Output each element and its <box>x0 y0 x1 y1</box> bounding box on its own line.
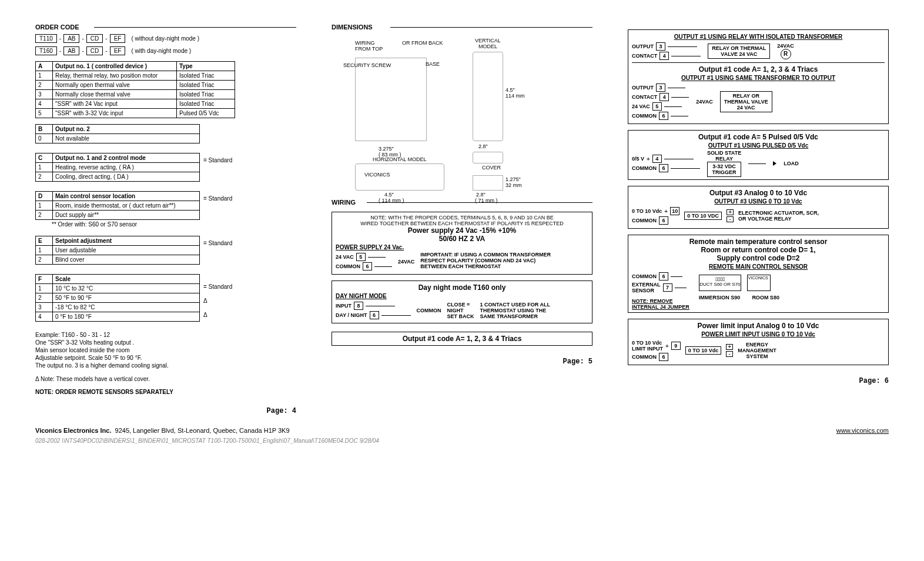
example-line: One "SSR" 3-32 Volts heating output . <box>35 339 296 346</box>
label: 24VAC <box>777 43 794 49</box>
td: 50 °F to 90 °F <box>53 293 200 303</box>
day-night-box: Day night mode T160 only DAY NIGHT MODE … <box>332 280 592 323</box>
label: VICONICS <box>364 172 390 178</box>
standard-note: = Standard <box>203 283 232 290</box>
delta-note: Δ <box>203 298 232 304</box>
terminal-label: COMMON <box>632 354 657 360</box>
terminal-8: 8 <box>354 302 363 310</box>
td: 3 <box>36 303 53 312</box>
terminal-label: EXTERNAL SENSOR <box>632 282 661 293</box>
td: 0 <box>36 134 53 143</box>
table-a: A Output no. 1 ( controlled device ) Typ… <box>35 61 235 118</box>
page-4: ORDER CODE T110- AB- CD- EF ( without da… <box>35 24 296 415</box>
box-subtitle: OUTPUT #1 USING SAME TRANSFORMER TO OUTP… <box>632 75 885 81</box>
td: Normally open thermal valve <box>53 81 177 90</box>
th: F <box>36 275 53 284</box>
terminal-label: COMMON <box>632 165 657 171</box>
dn-sub: DAY NIGHT MODE <box>336 293 588 299</box>
th: Type <box>177 62 235 71</box>
page-number: Page: 4 <box>35 407 296 415</box>
website-link[interactable]: www.viconics.com <box>836 427 889 434</box>
label: BASE <box>426 61 440 67</box>
td: Heating, reverse acting, ( RA ) <box>53 163 200 172</box>
th: Scale <box>53 275 200 284</box>
box-subtitle: POWER LIMIT INPUT USING 0 TO 10 Vdc <box>632 331 885 338</box>
td: User adjustable <box>53 246 200 255</box>
td: Normally close thermal valve <box>53 90 177 99</box>
box-title: Power limit input Analog 0 to 10 Vdc <box>632 322 885 330</box>
th: C <box>36 153 53 163</box>
actuator-label: ELECTRONIC ACTUATOR, SCR, OR VOLTAGE REL… <box>738 210 819 222</box>
td: Isolated Triac <box>177 71 235 81</box>
terminal-6: 6 <box>659 164 668 172</box>
dimensions-heading: DIMENSIONS <box>332 24 592 31</box>
terminal-5: 5 <box>652 102 662 111</box>
label: 24VAC <box>696 99 712 105</box>
terminal-label: CONTACT <box>632 94 657 100</box>
load-label: LOAD <box>784 161 799 166</box>
th: B <box>36 125 53 134</box>
th: Output no. 1 and 2 control mode <box>53 153 200 163</box>
company-address: 9245, Langelier Blvd, St-Leonard, Quebec… <box>115 427 290 434</box>
ps-sub: POWER SUPPLY 24 Vac. <box>336 244 588 251</box>
td: 1 <box>36 163 53 172</box>
document-path: 028-2002 \\NTS40PDC02\BINDERS\1_BINDER\0… <box>35 438 889 444</box>
td: Duct supply air** <box>53 211 200 220</box>
example-line: The output no. 3 is a higher demand cool… <box>35 362 296 369</box>
terminal-3: 3 <box>656 42 665 51</box>
code-box: AB <box>63 46 79 55</box>
ps-important: IMPORTANT: IF USING A COMMON TRANSFORMER… <box>420 252 551 269</box>
dim: 1.275" <box>505 176 521 182</box>
viconics-icon: VICONICS <box>747 275 771 291</box>
th: Output no. 1 ( controlled device ) <box>53 62 177 71</box>
td: 2 <box>36 172 53 182</box>
power-supply-title: Power supply 24 Vac -15% +10% <box>336 226 588 235</box>
relay-box: RELAY OR THERMAL VALVE 24 VAC <box>708 44 770 59</box>
example-line: Main sensor located inside the room <box>35 346 296 354</box>
vdc-box: 3-32 VDC TRIGGER <box>707 162 741 177</box>
page-number: Page: 5 <box>332 358 592 366</box>
triac-title-line: Output #1 code A= 1, 2, 3 & 4 Triacs <box>332 332 592 346</box>
company-name: Viconics Electronics Inc. <box>35 427 111 434</box>
box-subtitle: REMOTE MAIN CONTROL SENSOR <box>632 263 885 270</box>
td: 1 <box>36 201 53 211</box>
terminal-label: CONTACT <box>632 53 657 59</box>
td: Not available <box>53 134 200 143</box>
label: OR FROM BACK <box>402 40 443 46</box>
terminal-label: COMMON <box>632 273 657 279</box>
delta-note: Δ <box>203 312 232 318</box>
table-d-footnote: ** Order with: S60 or S70 sensor <box>35 221 296 228</box>
td: 10 °C to 32 °C <box>53 284 200 293</box>
td: 3 <box>36 90 53 99</box>
td: 5 <box>36 109 53 118</box>
terminal-label: INPUT <box>336 303 351 309</box>
td: Isolated Triac <box>177 99 235 109</box>
terminal-label: 24 VAC <box>632 103 650 109</box>
terminal-label: 24 VAC <box>336 254 354 260</box>
relay-box: RELAY OR THERMAL VALVE 24 VAC <box>720 91 772 112</box>
td: 2 <box>36 293 53 303</box>
table-d: DMain control sensor location 1Room, ins… <box>35 191 200 220</box>
td: 2 <box>36 211 53 220</box>
jumper-note: NOTE: REMOVE INTERNAL J4 JUMPER <box>632 298 689 310</box>
remote-sensor-box: Remote main temperature control sensor R… <box>628 235 889 313</box>
wiring-heading: WIRING <box>332 199 592 206</box>
label: SECURITY SCREW <box>343 62 391 68</box>
page-5: DIMENSIONS WIRING FROM TOP OR FROM BACK … <box>332 24 592 366</box>
box-title: Remote main temperature control sensor <box>632 238 885 246</box>
terminal-6: 6 <box>659 353 668 361</box>
delta-models-note: Δ Note: These models have a vertical cov… <box>35 375 296 383</box>
code-box: T160 <box>35 46 57 55</box>
code-note: ( without day-night mode ) <box>131 35 199 42</box>
td: Room, inside thermostat, or ( duct retur… <box>53 201 200 211</box>
th: Setpoint adjustment <box>53 236 200 246</box>
terminal-label: COMMON <box>336 263 360 269</box>
terminal-9: 9 <box>671 342 681 350</box>
table-c: COutput no. 1 and 2 control mode 1Heatin… <box>35 153 200 182</box>
td: 0 °F to 180 °F <box>53 312 200 322</box>
dim: 2.8" <box>478 143 488 149</box>
td: Relay, thermal relay, two position motor <box>53 71 177 81</box>
td: Pulsed 0/5 Vdc <box>177 109 235 118</box>
room-label: ROOM S80 <box>752 295 779 300</box>
box-title: Supply control code D=2 <box>632 254 885 262</box>
